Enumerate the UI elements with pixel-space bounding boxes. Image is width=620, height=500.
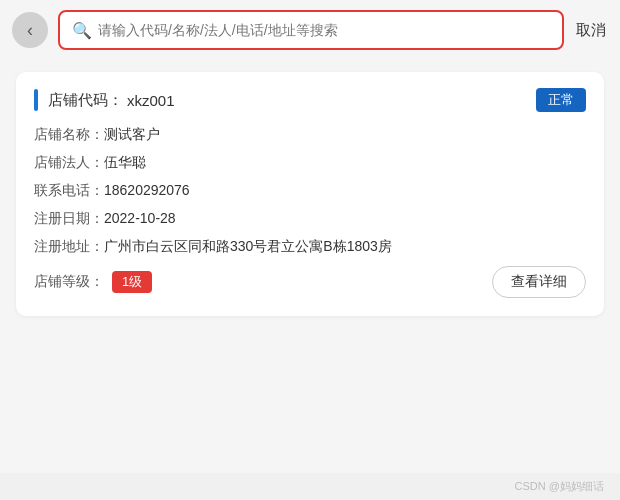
cancel-button[interactable]: 取消	[574, 17, 608, 44]
left-border-decoration	[34, 89, 38, 111]
info-value: 广州市白云区同和路330号君立公寓B栋1803房	[104, 238, 586, 256]
store-code-value: xkz001	[127, 92, 175, 109]
store-card: 店铺代码： xkz001 正常 店铺名称：测试客户店铺法人：伍华聪联系电话：18…	[16, 72, 604, 316]
info-row: 注册地址：广州市白云区同和路330号君立公寓B栋1803房	[34, 238, 586, 256]
info-row: 联系电话：18620292076	[34, 182, 586, 200]
info-rows: 店铺名称：测试客户店铺法人：伍华聪联系电话：18620292076注册日期：20…	[34, 126, 586, 256]
info-row: 店铺法人：伍华聪	[34, 154, 586, 172]
search-input[interactable]	[98, 22, 550, 38]
content-area: 店铺代码： xkz001 正常 店铺名称：测试客户店铺法人：伍华聪联系电话：18…	[0, 60, 620, 473]
card-header: 店铺代码： xkz001 正常	[34, 88, 586, 112]
info-label: 注册日期：	[34, 210, 104, 228]
info-value: 18620292076	[104, 182, 586, 198]
store-code-label: 店铺代码：	[48, 91, 123, 110]
info-value: 伍华聪	[104, 154, 586, 172]
grade-label: 店铺等级：	[34, 273, 104, 291]
status-badge: 正常	[536, 88, 586, 112]
bottom-row: 店铺等级： 1级 查看详细	[34, 266, 586, 298]
info-label: 注册地址：	[34, 238, 104, 256]
info-row: 店铺名称：测试客户	[34, 126, 586, 144]
info-row: 注册日期：2022-10-28	[34, 210, 586, 228]
info-value: 2022-10-28	[104, 210, 586, 226]
grade-row: 店铺等级： 1级	[34, 271, 152, 293]
top-bar: ‹ 🔍 取消	[0, 0, 620, 60]
search-box: 🔍	[58, 10, 564, 50]
detail-button[interactable]: 查看详细	[492, 266, 586, 298]
watermark: CSDN @妈妈细话	[0, 473, 620, 500]
search-icon: 🔍	[72, 21, 92, 40]
info-label: 联系电话：	[34, 182, 104, 200]
info-label: 店铺法人：	[34, 154, 104, 172]
back-button[interactable]: ‹	[12, 12, 48, 48]
store-code-row: 店铺代码： xkz001	[34, 89, 175, 111]
info-value: 测试客户	[104, 126, 586, 144]
info-label: 店铺名称：	[34, 126, 104, 144]
grade-badge: 1级	[112, 271, 152, 293]
